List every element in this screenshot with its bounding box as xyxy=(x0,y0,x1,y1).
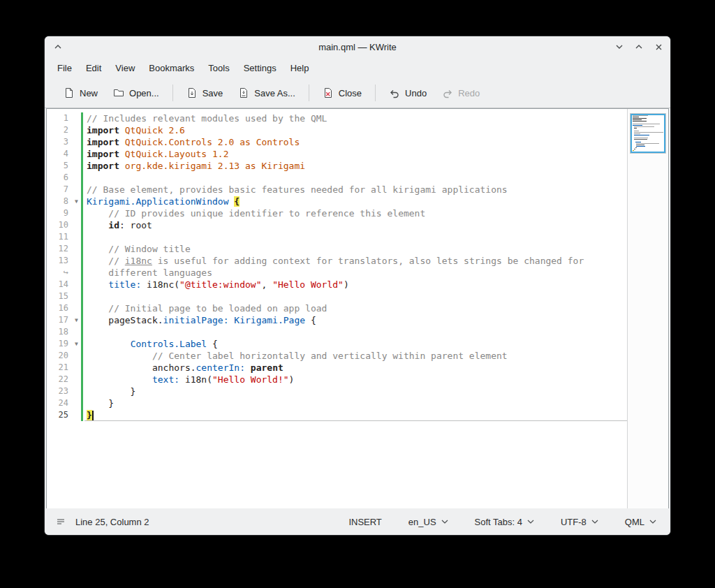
modified-line-indicator xyxy=(81,243,83,255)
code-token: // ID provides unique identifier to refe… xyxy=(108,208,425,219)
code-line[interactable]: 10 id: root xyxy=(47,219,627,231)
code-line[interactable]: 11 xyxy=(47,231,627,243)
code-text: different languages xyxy=(84,267,627,279)
code-token: id xyxy=(108,220,119,230)
statusbar-menu-icon[interactable] xyxy=(56,517,66,527)
code-line[interactable]: 8▼Kirigami.ApplicationWindow { xyxy=(47,196,627,207)
close-document-button[interactable]: Close xyxy=(315,82,369,103)
redo-button-label: Redo xyxy=(458,88,480,98)
minimap-line xyxy=(634,126,654,127)
code-line[interactable]: 23 } xyxy=(47,385,627,397)
minimap-line xyxy=(633,117,639,117)
code-line[interactable]: 22 text: i18n("Hello World!") xyxy=(47,374,627,385)
code-line[interactable]: 21 anchors.centerIn: parent xyxy=(47,362,627,374)
fold-column xyxy=(72,350,81,362)
code-line[interactable]: 3import QtQuick.Controls 2.0 as Controls xyxy=(47,136,627,148)
minimap-line xyxy=(633,118,647,119)
editor: 1// Includes relevant modules used by th… xyxy=(46,108,669,509)
redo-button[interactable]: Redo xyxy=(434,82,487,103)
save-button[interactable]: Save xyxy=(179,82,231,103)
code-line[interactable]: 5import org.kde.kirigami 2.13 as Kirigam… xyxy=(47,160,627,172)
chevron-down-icon xyxy=(649,520,656,524)
minimap-line xyxy=(634,131,640,131)
code-line[interactable]: 14 title: i18nc("@title:window", "Hello … xyxy=(47,279,627,291)
code-line[interactable]: ↪ different languages xyxy=(47,267,627,279)
dictionary-label: en_US xyxy=(408,517,436,527)
line-number: 2 xyxy=(47,124,72,136)
fold-column xyxy=(72,136,81,148)
modified-line-indicator xyxy=(81,338,83,350)
dictionary-selector[interactable]: en_US xyxy=(406,515,451,529)
minimap-line xyxy=(633,115,648,116)
code-text: // Center label horizontally and vertica… xyxy=(84,350,627,362)
new-button[interactable]: New xyxy=(56,82,105,103)
code-line[interactable]: 13 // i18nc is useful for adding context… xyxy=(47,255,627,267)
code-token xyxy=(87,374,152,385)
code-token xyxy=(119,161,125,171)
minimap[interactable] xyxy=(630,113,666,154)
code-token xyxy=(87,220,108,230)
modified-line-indicator xyxy=(81,291,83,302)
code-token: anchors. xyxy=(87,362,196,373)
titlebar[interactable]: main.qml — KWrite xyxy=(45,36,670,57)
code-line[interactable]: 1// Includes relevant modules used by th… xyxy=(47,112,627,124)
fold-column xyxy=(72,112,81,124)
code-token: i18n( xyxy=(179,374,212,385)
code-token xyxy=(245,362,251,373)
code-line[interactable]: 12 // Window title xyxy=(47,243,627,255)
chevron-down-icon xyxy=(441,520,448,524)
line-column-indicator[interactable]: Line 25, Column 2 xyxy=(75,517,149,527)
menu-help[interactable]: Help xyxy=(283,60,316,76)
menu-edit[interactable]: Edit xyxy=(79,60,108,76)
menu-tools[interactable]: Tools xyxy=(201,60,236,76)
undo-button[interactable]: Undo xyxy=(381,82,434,103)
scrollbar-track[interactable] xyxy=(627,109,668,508)
input-mode-indicator[interactable]: INSERT xyxy=(346,515,384,529)
fold-column xyxy=(72,124,81,136)
code-line[interactable]: 2import QtQuick 2.6 xyxy=(47,124,627,136)
save-as-button[interactable]: Save As... xyxy=(230,82,303,103)
code-line[interactable]: 20 // Center label horizontally and vert… xyxy=(47,350,627,362)
menu-view[interactable]: View xyxy=(108,60,142,76)
code-line[interactable]: 24 } xyxy=(47,397,627,409)
code-token: import xyxy=(87,137,119,147)
code-text: id: root xyxy=(84,219,627,231)
fold-column xyxy=(72,326,81,338)
fold-marker[interactable]: ▼ xyxy=(72,338,81,350)
code-text: Kirigami.ApplicationWindow { xyxy=(84,196,627,207)
line-number: 7 xyxy=(47,184,72,196)
modified-line-indicator xyxy=(81,196,83,207)
minimap-line xyxy=(633,136,634,137)
menu-file[interactable]: File xyxy=(50,60,79,76)
code-line[interactable]: 18 xyxy=(47,326,627,338)
line-number: 24 xyxy=(47,397,72,409)
code-line[interactable]: 4import QtQuick.Layouts 1.2 xyxy=(47,148,627,160)
code-line[interactable]: 15 xyxy=(47,291,627,302)
maximize-button[interactable] xyxy=(634,42,644,52)
code-line[interactable]: 7// Base element, provides basic feature… xyxy=(47,184,627,196)
code-line[interactable]: 16 // Initial page to be loaded on app l… xyxy=(47,302,627,314)
code-rows[interactable]: 1// Includes relevant modules used by th… xyxy=(47,109,627,508)
encoding-selector[interactable]: UTF-8 xyxy=(558,515,601,529)
menu-settings[interactable]: Settings xyxy=(237,60,283,76)
chevron-down-icon xyxy=(591,520,598,524)
code-line[interactable]: 17▼ pageStack.initialPage: Kirigami.Page… xyxy=(47,314,627,326)
close-button[interactable] xyxy=(654,42,663,52)
syntax-mode-selector[interactable]: QML xyxy=(622,515,659,529)
save-icon xyxy=(186,87,198,98)
menu-bookmarks[interactable]: Bookmarks xyxy=(142,60,201,76)
fold-marker[interactable]: ▼ xyxy=(72,314,81,326)
code-line[interactable]: 9 // ID provides unique identifier to re… xyxy=(47,207,627,219)
tab-mode-selector[interactable]: Soft Tabs: 4 xyxy=(472,515,537,529)
toolbar-separator xyxy=(172,84,173,101)
code-line[interactable]: 19▼ Controls.Label { xyxy=(47,338,627,350)
line-number: 15 xyxy=(47,291,72,302)
minimap-line xyxy=(634,138,648,138)
minimap-line xyxy=(634,132,663,133)
code-line[interactable]: 25} xyxy=(47,409,627,421)
line-number: 6 xyxy=(47,172,72,184)
minimize-button[interactable] xyxy=(614,42,624,52)
fold-marker[interactable]: ▼ xyxy=(72,196,81,207)
open-button[interactable]: Open... xyxy=(105,82,167,103)
code-line[interactable]: 6 xyxy=(47,172,627,184)
